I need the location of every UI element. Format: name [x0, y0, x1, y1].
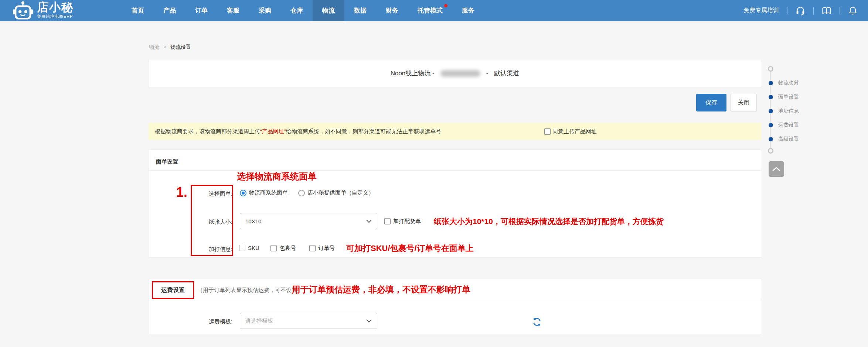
anchor-item-address-info[interactable]: 地址信息 [767, 108, 799, 114]
nav-item-customer-service[interactable]: 客服 [217, 0, 249, 21]
back-to-top-button[interactable] [769, 161, 784, 177]
divider [787, 7, 787, 14]
label-settings-title: 面单设置 [156, 158, 178, 165]
redacted-store-name [440, 70, 480, 77]
sku-option: SKU [239, 245, 259, 251]
nav-item-products[interactable]: 产品 [154, 0, 185, 21]
nav-item-home[interactable]: 首页 [122, 0, 154, 21]
agree-upload-checkbox[interactable] [544, 128, 551, 135]
freight-hint: （用于订单列表显示预估运费，可不设置） [197, 279, 303, 301]
channel-title-bar: Noon线上物流 - - 默认渠道 [149, 59, 761, 87]
annotation-red-box-freight: 运费设置 [152, 281, 194, 299]
anchor-item-advanced-settings[interactable]: 高级设置 [767, 136, 799, 142]
breadcrumb-current: 物流设置 [170, 44, 191, 50]
radio-option-custom-label: 店小秘提供面单（自定义） [298, 189, 374, 196]
app-logo[interactable]: 店小秘 免费跨境电商ERP [13, 1, 74, 20]
freight-template-select[interactable]: 请选择模板 [240, 313, 377, 329]
annotation-select-label: 选择物流商系统面单 [237, 171, 317, 182]
freight-settings-title: 运费设置 [161, 286, 185, 294]
order-number-option: 订单号 [309, 245, 335, 252]
freight-template-field-label: 运费模板: [192, 318, 232, 325]
anchor-dot-icon [769, 81, 773, 85]
extra-info-field-label: 加打信息: [192, 246, 232, 253]
channel-title-suffix: 默认渠道 [494, 69, 519, 78]
notice-text: 根据物流商要求，该物流商部分渠道需上传“产品网址”给物流商系统，如不同意，则部分… [155, 128, 441, 135]
freight-template-placeholder: 请选择模板 [245, 317, 273, 324]
nav-item-finance[interactable]: 财务 [376, 0, 408, 21]
paper-size-select[interactable]: 10X10 [240, 213, 377, 229]
select-label-field-label: 选择面单: [192, 190, 232, 197]
picking-list-option: 加打配货单 [384, 218, 421, 225]
label-type-radio-group: 物流商系统面单 店小秘提供面单（自定义） [240, 189, 384, 196]
picking-list-checkbox[interactable] [384, 218, 391, 224]
anchor-dot-icon [769, 123, 773, 127]
logistics-settings-page: 店小秘 免费跨境电商ERP 首页 产品 订单 客服 采购 仓库 物流 数据 财务… [0, 0, 868, 347]
refresh-icon[interactable] [532, 317, 542, 327]
top-navbar: 店小秘 免费跨境电商ERP 首页 产品 订单 客服 采购 仓库 物流 数据 财务… [0, 0, 868, 21]
book-icon[interactable] [822, 6, 831, 16]
headset-icon[interactable] [796, 6, 805, 16]
anchor-dot-icon [769, 109, 773, 113]
anchor-dot-icon [769, 95, 773, 99]
save-button[interactable]: 保存 [696, 94, 726, 111]
channel-title-separator: - [486, 70, 489, 77]
nav-item-services[interactable]: 服务 [452, 0, 484, 21]
red-dot-badge [444, 4, 447, 7]
notice-highlight: “产品网址” [260, 128, 286, 134]
package-number-option: 包裹号 [270, 245, 296, 252]
annotation-extra-info: 可加打SKU/包裹号/订单号在面单上 [346, 243, 474, 254]
nav-item-orders[interactable]: 订单 [185, 0, 217, 21]
annotation-paper-size: 纸张大小为10*10，可根据实际情况选择是否加打配货单，方便拣货 [434, 216, 664, 227]
anchor-item-label-settings[interactable]: 面单设置 [767, 94, 799, 100]
agree-upload-option: 同意上传产品网址 [544, 128, 597, 135]
breadcrumb: 物流 > 物流设置 [149, 44, 191, 51]
divider [840, 7, 840, 14]
radio-dianxiaomi-label[interactable] [298, 190, 305, 196]
navbar-right-tools: 免费专属培训 [743, 0, 858, 21]
close-button[interactable]: 关闭 [731, 94, 757, 111]
anchor-endpoint-bottom [768, 148, 773, 154]
breadcrumb-parent[interactable]: 物流 [149, 44, 159, 50]
breadcrumb-separator: > [163, 44, 166, 50]
robot-logo-icon [13, 1, 33, 20]
logo-title: 店小秘 [37, 1, 74, 13]
main-menu: 首页 产品 订单 客服 采购 仓库 物流 数据 财务 托管模式 服务 [122, 0, 484, 21]
chevron-down-icon [366, 319, 372, 323]
nav-item-logistics[interactable]: 物流 [313, 0, 344, 21]
product-url-notice: 根据物流商要求，该物流商部分渠道需上传“产品网址”给物流商系统，如不同意，则部分… [149, 123, 761, 140]
nav-item-purchase[interactable]: 采购 [249, 0, 281, 21]
divider [149, 301, 761, 301]
free-training-link[interactable]: 免费专属培训 [743, 7, 779, 14]
sku-checkbox[interactable] [239, 245, 245, 251]
channel-title-prefix: Noon线上物流 - [391, 69, 435, 78]
freight-settings-card: 运费设置 （用于订单列表显示预估运费，可不设置） 用于订单预估运费，非必填，不设… [149, 279, 761, 334]
anchor-item-freight-settings[interactable]: 运费设置 [767, 122, 799, 128]
paper-size-field-label: 纸张大小: [192, 219, 232, 226]
divider [813, 7, 814, 14]
anchor-endpoint-top [768, 66, 773, 72]
chevron-up-icon [772, 167, 780, 171]
annotation-step-number: 1. [176, 185, 187, 200]
action-buttons: 保存 关闭 [696, 94, 757, 111]
bell-icon[interactable] [848, 6, 858, 16]
logo-subtitle: 免费跨境电商ERP [37, 14, 74, 19]
anchor-dot-icon [769, 137, 773, 141]
radio-provider-system-label[interactable] [240, 190, 246, 196]
anchor-item-logistics-mapping[interactable]: 物流映射 [767, 80, 799, 86]
annotation-freight: 用于订单预估运费，非必填，不设置不影响打单 [292, 284, 470, 295]
package-number-checkbox[interactable] [270, 245, 277, 251]
order-number-checkbox[interactable] [309, 245, 316, 251]
agree-upload-label: 同意上传产品网址 [552, 128, 597, 135]
chevron-down-icon [366, 220, 372, 223]
label-settings-card: 面单设置 选择物流商系统面单 1. 选择面单: 物流商系统面单 店小秘提供面单（… [149, 150, 761, 258]
radio-option-provider-label: 物流商系统面单 [240, 189, 288, 196]
nav-item-data[interactable]: 数据 [344, 0, 376, 21]
nav-item-warehouse[interactable]: 仓库 [281, 0, 313, 21]
nav-item-hosting-mode[interactable]: 托管模式 [408, 0, 452, 21]
